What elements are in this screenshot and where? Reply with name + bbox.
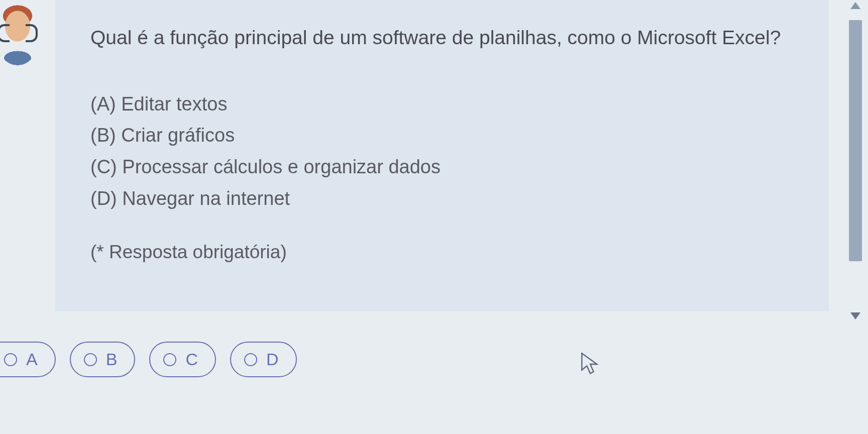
scroll-down-icon[interactable] — [850, 312, 860, 319]
radio-icon — [244, 353, 257, 366]
vertical-scrollbar[interactable] — [847, 0, 864, 321]
radio-icon — [84, 353, 97, 366]
scroll-up-icon[interactable] — [850, 2, 860, 9]
answer-letter-c: C — [185, 350, 198, 369]
answer-button-c[interactable]: C — [149, 342, 216, 377]
scrollbar-thumb[interactable] — [849, 20, 862, 261]
option-a: (A) Editar textos — [90, 88, 794, 120]
option-b: (B) Criar gráficos — [90, 120, 794, 151]
answer-button-d[interactable]: D — [230, 342, 297, 377]
question-prompt: Qual é a função principal de um software… — [90, 25, 794, 51]
answer-button-a[interactable]: A — [0, 342, 56, 377]
answer-button-b[interactable]: B — [70, 342, 136, 377]
answer-letter-a: A — [26, 350, 38, 369]
option-c: (C) Processar cálculos e organizar dados — [90, 151, 794, 183]
required-note: (* Resposta obrigatória) — [90, 242, 794, 263]
answer-letter-b: B — [106, 350, 118, 369]
option-d: (D) Navegar na internet — [90, 183, 794, 214]
question-options: (A) Editar textos (B) Criar gráficos (C)… — [90, 88, 794, 214]
answer-buttons-row: A B C D — [0, 342, 297, 377]
question-panel: Qual é a função principal de um software… — [55, 0, 829, 311]
assistant-avatar — [0, 5, 40, 65]
mouse-cursor-icon — [580, 352, 600, 377]
radio-icon — [4, 353, 17, 366]
radio-icon — [163, 353, 176, 366]
answer-letter-d: D — [266, 350, 279, 369]
